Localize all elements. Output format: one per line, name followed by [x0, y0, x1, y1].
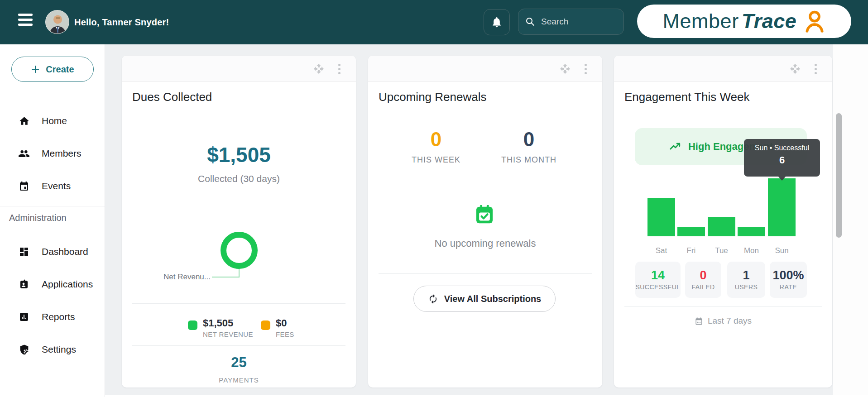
avatar[interactable]: [45, 10, 69, 34]
small-calendar-icon: [695, 317, 703, 325]
renewals-this-month: 0 THIS MONTH: [479, 128, 579, 165]
stat-label: RATE: [780, 283, 797, 291]
bar-sun[interactable]: [768, 178, 796, 236]
search-icon: [525, 16, 536, 27]
search-input[interactable]: [541, 17, 617, 27]
dues-amount: $1,505: [122, 143, 356, 167]
stat-label: USERS: [735, 283, 758, 291]
engagement-footer-label: Last 7 days: [708, 316, 752, 326]
x-axis-label: Tue: [708, 246, 735, 255]
logo[interactable]: Member Trace: [637, 5, 851, 38]
person-logo-icon: [803, 9, 825, 33]
chart-tooltip: Sun • Successful 6: [744, 139, 820, 177]
upcoming-renewals-card: Upcoming Renewals 0 THIS WEEK 0 THIS MON…: [368, 56, 602, 387]
kebab-menu-icon[interactable]: [581, 63, 590, 75]
stat-value: 100%: [772, 269, 804, 282]
renewals-week-count: 0: [386, 128, 486, 151]
sidebar-item-settings[interactable]: Settings: [0, 339, 105, 360]
legend-item-net-revenue: $1,505 NET REVENUE: [188, 317, 253, 338]
stat-users: 1 USERS: [727, 262, 765, 298]
x-axis-label: Sat: [647, 246, 675, 255]
app-window: Hello, Tanner Snyder! Member Trace: [0, 0, 868, 397]
kebab-menu-icon[interactable]: [335, 63, 343, 75]
x-axis-label: Fri: [677, 246, 705, 255]
x-axis-label: Sun: [768, 246, 796, 255]
net-revenue-donut[interactable]: [221, 232, 258, 269]
sidebar-item-dashboard[interactable]: Dashboard: [0, 241, 105, 263]
stat-successful: 14 SUCCESSFUL: [635, 262, 681, 298]
top-header: Hello, Tanner Snyder! Member Trace: [0, 0, 868, 44]
engagement-card: Engagement This Week High Engagement Sun…: [614, 56, 832, 387]
tooltip-arrow: [778, 177, 786, 181]
sidebar-divider: [0, 206, 105, 206]
stat-rate: 100% RATE: [770, 262, 807, 298]
divider: [132, 303, 345, 304]
create-button-label: Create: [46, 64, 74, 75]
view-all-subscriptions-label: View All Subscriptions: [444, 294, 542, 304]
stat-label: FAILED: [691, 283, 715, 291]
tooltip-title: Sun • Successful: [744, 144, 820, 152]
tooltip-value: 6: [744, 154, 820, 166]
greeting-text: Hello, Tanner Snyder!: [74, 0, 169, 44]
divider: [624, 306, 822, 307]
donut-callout-line: [239, 269, 240, 277]
sidebar-item-label: Applications: [42, 279, 93, 290]
stat-value: 1: [743, 269, 749, 282]
divider: [132, 345, 345, 346]
logo-trace-text: Trace: [742, 10, 797, 33]
payments-count: 25: [122, 354, 356, 371]
scrollbar-thumb[interactable]: [836, 113, 842, 238]
legend-value: $1,505: [203, 317, 253, 329]
sidebar-divider: [0, 93, 105, 93]
stat-value: 14: [651, 269, 665, 282]
donut-callout-line: [212, 277, 240, 277]
calendar-icon: [18, 180, 30, 192]
stat-failed: 0 FAILED: [685, 262, 721, 298]
card-header-bar: [368, 56, 602, 82]
renewals-this-week: 0 THIS WEEK: [386, 128, 486, 165]
sidebar-item-label: Reports: [42, 311, 75, 322]
notifications-button[interactable]: [484, 9, 510, 35]
divider: [379, 179, 592, 179]
legend-label: NET REVENUE: [203, 330, 253, 338]
bar-fri[interactable]: [677, 227, 705, 236]
drag-move-icon[interactable]: [313, 63, 324, 74]
card-title: Upcoming Renewals: [379, 90, 486, 104]
x-axis-label: Mon: [738, 246, 765, 255]
legend-value: $0: [276, 317, 294, 329]
badge-icon: [18, 278, 30, 290]
stat-label: SUCCESSFUL: [635, 283, 680, 291]
sidebar-item-reports[interactable]: Reports: [0, 306, 105, 328]
sidebar-item-members[interactable]: Members: [0, 143, 105, 164]
sidebar-item-applications[interactable]: Applications: [0, 273, 105, 295]
sidebar-item-home[interactable]: Home: [0, 110, 105, 132]
legend-item-fees: $0 FEES: [261, 317, 294, 338]
sidebar-section-label: Administration: [9, 213, 100, 223]
bar-tue[interactable]: [708, 217, 735, 236]
sidebar-item-label: Home: [42, 115, 67, 126]
bar-sat[interactable]: [647, 198, 675, 236]
drag-move-icon[interactable]: [560, 63, 571, 74]
shield-gear-icon: [18, 344, 30, 355]
calendar-check-icon: [474, 204, 495, 225]
people-icon: [18, 148, 30, 159]
sidebar-item-label: Members: [42, 148, 82, 159]
sidebar: Create Home Members Events Administratio…: [0, 44, 105, 397]
renewals-month-count: 0: [479, 128, 579, 151]
legend-swatch-orange: [261, 320, 270, 330]
dashboard-icon: [18, 246, 30, 258]
sidebar-item-events[interactable]: Events: [0, 175, 105, 197]
view-all-subscriptions-button[interactable]: View All Subscriptions: [413, 286, 556, 312]
hamburger-menu-icon[interactable]: [18, 14, 33, 26]
legend-swatch-green: [188, 320, 197, 330]
create-button[interactable]: Create: [11, 57, 94, 82]
payments-label: PAYMENTS: [122, 376, 356, 384]
empty-state-text: No upcoming renewals: [368, 238, 602, 249]
engagement-footer: Last 7 days: [614, 316, 832, 326]
bar-chart-icon: [18, 311, 30, 323]
renewals-week-label: THIS WEEK: [386, 155, 486, 165]
stat-value: 0: [700, 269, 706, 282]
legend-label: FEES: [276, 330, 294, 338]
bar-mon[interactable]: [738, 227, 765, 236]
content-bottom-edge: [105, 395, 868, 397]
